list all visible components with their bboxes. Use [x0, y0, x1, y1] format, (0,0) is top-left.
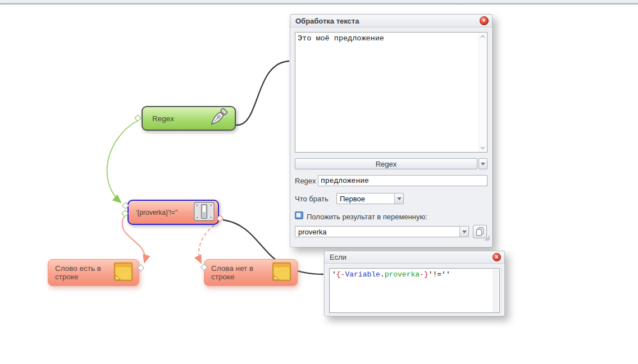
take-dropdown-value: Первое [337, 193, 394, 204]
close-icon[interactable]: × [480, 16, 489, 25]
if-dialog-titlebar[interactable]: Если × [325, 251, 504, 264]
action-dropdown-value: Regex [376, 160, 397, 168]
node-regex-label: Regex [152, 114, 207, 123]
if-dialog[interactable]: Если × '{-Variable.proverka-}'!='' [324, 251, 505, 316]
resize-grip[interactable] [484, 235, 490, 241]
dialog-title: Обработка текста [295, 17, 480, 25]
edge-condition-to-notfound[interactable] [199, 222, 219, 263]
scrollbar[interactable] [478, 33, 486, 151]
note-icon [113, 262, 133, 283]
variable-icon [295, 211, 303, 222]
edge-regex-to-textdialog[interactable] [236, 61, 289, 125]
scrollbar[interactable] [493, 269, 499, 312]
copy-icon [476, 227, 484, 236]
condition-expression-area[interactable]: '{-Variable.proverka-}'!='' [329, 268, 500, 313]
action-dropdown[interactable]: Regex [295, 158, 477, 169]
variable-combobox-value: proverka [295, 227, 459, 237]
node-condition[interactable]: '{proverka}'!='' [127, 200, 219, 225]
switch-icon [194, 202, 215, 223]
source-text: Это моё предложение [298, 34, 477, 43]
dialog-title: Если [330, 253, 493, 261]
condition-expression: '{-Variable.proverka-}'!='' [332, 270, 450, 279]
source-text-area[interactable]: Это моё предложение [295, 32, 487, 153]
node-word-found-label: Слово есть в строке [55, 264, 113, 281]
canvas[interactable]: Regex '{proverka}'!='' [0, 0, 638, 364]
take-dropdown[interactable]: Первое [336, 193, 404, 204]
chevron-down-icon[interactable] [394, 193, 403, 204]
chevron-up-icon[interactable] [480, 35, 485, 38]
regex-field-label: Regex [295, 177, 318, 185]
pen-icon [207, 107, 229, 131]
close-icon[interactable]: × [493, 253, 501, 261]
node-regex[interactable]: Regex [142, 106, 236, 131]
node-word-not-found-label: Слова нет в строке [211, 264, 272, 281]
chevron-down-icon[interactable] [459, 227, 468, 237]
node-word-found[interactable]: Слово есть в строке [48, 259, 139, 286]
variable-combobox[interactable]: proverka [295, 226, 469, 237]
node-condition-label: '{proverka}'!='' [136, 209, 194, 216]
put-result-label: Положить результат в переменную: [307, 213, 427, 221]
note-icon [272, 262, 291, 283]
action-dropdown-arrow[interactable] [478, 158, 487, 169]
text-processing-titlebar[interactable]: Обработка текста × [290, 15, 492, 27]
take-field-label: Что брать [295, 195, 336, 203]
chevron-down-icon [481, 163, 485, 165]
regex-input[interactable] [318, 175, 487, 186]
node-word-not-found[interactable]: Слова нет в строке [204, 259, 298, 286]
chevron-down-icon[interactable] [480, 146, 485, 150]
edge-regex-to-condition[interactable] [107, 121, 138, 202]
text-processing-dialog[interactable]: Обработка текста × Это моё предложение R… [290, 14, 493, 247]
